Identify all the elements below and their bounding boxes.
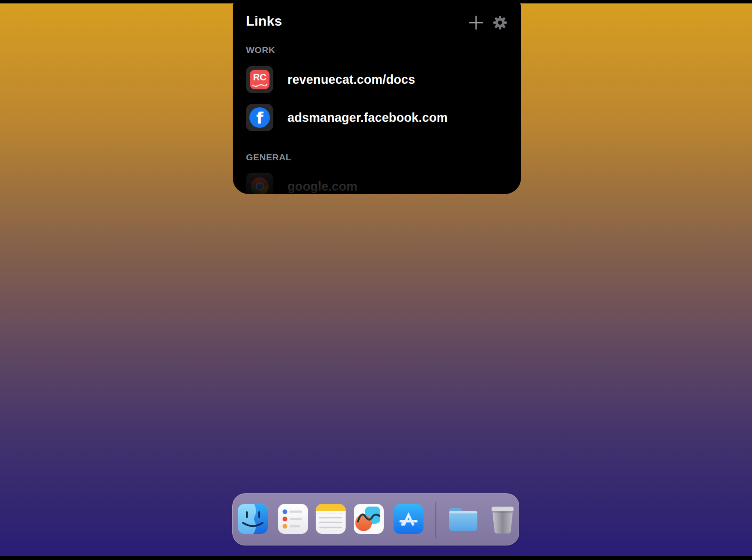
reminders-icon <box>278 504 308 534</box>
dock-item-reminders[interactable] <box>278 504 308 534</box>
dock-divider <box>435 502 436 538</box>
section-label-general: GENERAL <box>246 152 291 162</box>
link-url[interactable]: adsmanager.facebook.com <box>287 104 448 131</box>
finder-icon <box>238 504 268 534</box>
section-label-work: WORK <box>246 45 275 55</box>
link-row-facebook[interactable]: f <box>246 104 273 131</box>
dock-item-app-store[interactable] <box>394 504 423 534</box>
plus-icon <box>468 24 484 32</box>
links-widget: Links <box>233 0 521 194</box>
folder-icon <box>448 525 478 533</box>
notes-icon <box>316 504 346 534</box>
dock <box>232 493 519 545</box>
link-url[interactable]: google.com <box>287 173 358 194</box>
chrome-icon <box>250 177 269 194</box>
link-row-google[interactable] <box>246 173 273 194</box>
facebook-icon: f <box>249 107 270 128</box>
widget-bottom-fade <box>233 162 521 194</box>
dock-item-trash[interactable] <box>491 507 515 534</box>
bottom-bezel <box>0 556 752 560</box>
dock-item-finder[interactable] <box>238 504 268 534</box>
dock-item-notes[interactable] <box>316 504 346 534</box>
app-store-icon <box>394 504 423 534</box>
dock-item-folder[interactable] <box>448 507 478 531</box>
freeform-icon <box>354 504 384 534</box>
widget-title: Links <box>246 13 282 29</box>
revenuecat-icon: RC <box>250 70 269 89</box>
link-row-revenuecat[interactable]: RC <box>246 66 273 93</box>
dock-item-freeform[interactable] <box>354 504 384 534</box>
settings-button[interactable] <box>493 15 507 30</box>
trash-icon <box>491 528 515 535</box>
link-url[interactable]: revenuecat.com/docs <box>287 66 415 93</box>
add-link-button[interactable] <box>468 15 484 30</box>
gear-icon <box>493 24 507 31</box>
